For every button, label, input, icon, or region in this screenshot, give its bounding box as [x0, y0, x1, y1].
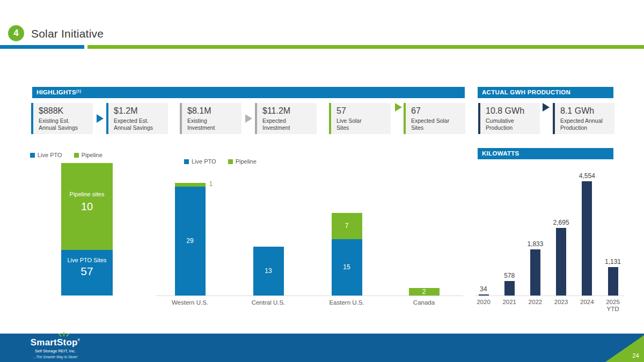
- category-label: 2023: [550, 299, 573, 306]
- category-label: Western U.S.: [158, 299, 222, 306]
- metric-label: Existing Est.Annual Savings: [39, 117, 91, 131]
- metric-label-line1: Existing: [187, 117, 207, 124]
- highlights-title-footnote-ref: (1): [76, 89, 81, 93]
- kilowatts-bar: [608, 267, 618, 295]
- metric-value: 8.1 GWh: [560, 106, 612, 116]
- highlights-title: HIGHLIGHTS: [36, 89, 76, 95]
- segment-label: Pipeline sites: [61, 163, 113, 197]
- metric-card: $8.1M ExistingInvestment: [180, 103, 241, 134]
- pipeline-segment: Pipeline sites 10: [61, 163, 113, 250]
- category-label: 2024: [575, 299, 599, 306]
- metric-card: $1.2M Expected Est.Annual Savings: [106, 103, 168, 134]
- logo-subtitle: Self Storage REIT, Inc.: [23, 349, 88, 353]
- bar-segment-pipeline: 7: [332, 213, 362, 239]
- legend-label: Pipeline: [82, 152, 103, 158]
- metric-label-line2: Sites: [411, 124, 423, 131]
- metric-label-line1: Expected Solar: [411, 117, 449, 124]
- registered-mark: ®: [78, 338, 80, 342]
- kilowatts-bar: [504, 281, 515, 295]
- metric-value: $1.2M: [114, 106, 166, 116]
- metric-label-line1: Cumulative: [486, 117, 514, 124]
- kilowatts-bar: [556, 228, 566, 295]
- category-label: Canada: [392, 299, 456, 306]
- segment-value: 57: [61, 265, 113, 278]
- slide-number-badge: 4: [8, 25, 24, 41]
- title-underline-green: [87, 45, 644, 49]
- category-label: 2022: [523, 299, 547, 306]
- metric-label-line1: Expected Annual: [560, 117, 603, 124]
- metric-label-line1: Live Solar: [336, 117, 362, 124]
- legend-label: Live PTO: [38, 152, 62, 158]
- metric-value: 67: [411, 106, 463, 116]
- kilowatts-chart-bars: 345781,8332,6954,5541,131: [472, 148, 629, 295]
- x-axis-line: [156, 295, 463, 296]
- legend-item: Pipeline: [74, 152, 103, 158]
- metric-card: $11.2M ExpectedInvestment: [255, 103, 317, 134]
- x-axis-line: [475, 295, 625, 296]
- bar-value-label: 34: [467, 285, 500, 293]
- page-number: 24: [632, 352, 639, 359]
- metric-label-line2: Production: [486, 124, 513, 131]
- total-sites-chart: Live PTO Pipeline Pipeline sites 10 Live…: [30, 152, 156, 298]
- legend-swatch-pipeline: [74, 153, 79, 158]
- metric-label-line2: Production: [560, 124, 587, 131]
- bar-value-label: 4,554: [571, 172, 603, 180]
- metric-card: 67 Expected SolarSites: [404, 103, 465, 134]
- legend: Live PTO Pipeline: [30, 152, 103, 158]
- metric-card: 57 Live SolarSites: [329, 103, 391, 134]
- arrow-right-icon: [245, 114, 252, 123]
- metric-label: ExpectedInvestment: [262, 117, 314, 131]
- metric-label-line1: Expected: [262, 117, 286, 124]
- bar-value-label: 1,131: [597, 258, 629, 265]
- bar-segment-pipeline: [175, 183, 206, 187]
- logo-wordmark: SmartStop®: [31, 337, 80, 348]
- metric-label-line2: Annual Savings: [39, 124, 78, 131]
- bar-value-label: 1: [209, 180, 213, 188]
- title-underline-blue: [0, 45, 84, 49]
- arrow-right-icon: [97, 114, 104, 123]
- arrow-right-icon: [395, 103, 402, 112]
- highlights-section-header: HIGHLIGHTS(1): [32, 87, 465, 98]
- metric-label: Expected SolarSites: [411, 117, 463, 131]
- metric-value: $888K: [39, 106, 91, 116]
- legend-swatch-live-pto: [30, 153, 35, 158]
- slide-canvas: 4 Solar Initiative HIGHLIGHTS(1) ACTUAL …: [0, 0, 644, 362]
- metric-card: 8.1 GWh Expected AnnualProduction: [553, 103, 614, 134]
- stacked-bar: Pipeline sites 10 Live PTO Sites 57: [61, 163, 113, 295]
- kilowatts-chart: 345781,8332,6954,5541,131 20202021202220…: [472, 148, 633, 320]
- footer: SmartStop® Self Storage REIT, Inc. ...Th…: [0, 334, 644, 362]
- metric-value: $11.2M: [262, 106, 314, 116]
- metric-value: $8.1M: [187, 106, 239, 116]
- bar-segment-live-pto: 29: [175, 187, 206, 295]
- metric-label-line1: Existing Est.: [39, 117, 70, 124]
- bar-segment-live-pto: 13: [253, 247, 284, 295]
- category-label: 2021: [497, 299, 521, 306]
- category-label: Central U.S.: [236, 299, 301, 306]
- metric-label-line2: Investment: [187, 124, 215, 131]
- metric-label: Expected AnnualProduction: [560, 117, 612, 131]
- arrow-right-icon: [543, 103, 550, 112]
- metric-value: 10.8 GWh: [486, 106, 538, 116]
- kilowatts-bar: [530, 249, 540, 295]
- gwh-section-header: ACTUAL GWH PRODUCTION: [478, 87, 613, 98]
- region-chart: Live PTO Pipeline 291131572 Western U.S.…: [158, 158, 464, 314]
- region-chart-bars: 291131572: [158, 158, 459, 295]
- page-title: Solar Initiative: [31, 27, 104, 40]
- bar-segment-pipeline: 2: [409, 288, 440, 295]
- logo-name-text: SmartStop: [31, 337, 78, 348]
- metric-label-line1: Expected Est.: [114, 117, 149, 124]
- metric-card: 10.8 GWh CumulativeProduction: [478, 103, 540, 134]
- category-label: 2020: [472, 299, 495, 306]
- segment-label: Live PTO Sites: [61, 250, 113, 263]
- metric-label-line2: Sites: [336, 124, 349, 131]
- metric-label: Expected Est.Annual Savings: [114, 117, 166, 131]
- bar-value-label: 578: [493, 272, 525, 279]
- segment-value: 10: [61, 201, 113, 213]
- metric-label-line2: Investment: [262, 124, 290, 131]
- bar-value-label: 1,833: [519, 240, 551, 248]
- kilowatts-bar: [582, 181, 592, 295]
- logo-tagline: ...The Smarter Way to Store!: [23, 355, 88, 359]
- metric-value: 57: [336, 106, 389, 116]
- live-pto-segment: Live PTO Sites 57: [61, 250, 113, 295]
- metric-label: Live SolarSites: [336, 117, 389, 131]
